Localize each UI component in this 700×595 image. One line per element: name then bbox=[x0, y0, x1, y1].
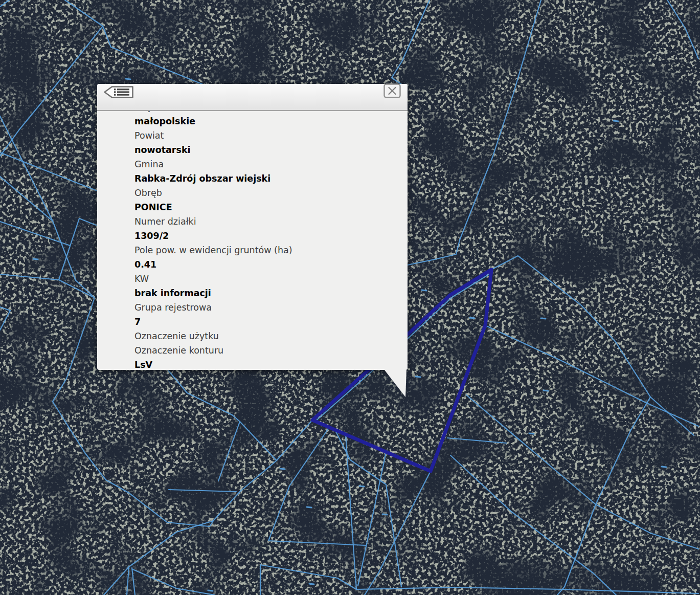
field-label: KW bbox=[134, 272, 404, 286]
parcel-boundary-dash bbox=[416, 377, 420, 377]
field-value: nowotarski bbox=[134, 143, 404, 157]
field-label: Powiat bbox=[134, 128, 404, 143]
parcel-boundary-dash bbox=[359, 486, 364, 487]
parcel-boundary-dash bbox=[544, 390, 548, 391]
field-label: Grupa rejestrowa bbox=[134, 300, 404, 315]
parcel-boundary-dash bbox=[280, 469, 285, 469]
field-value: PONICE bbox=[134, 200, 404, 214]
close-x-icon bbox=[383, 83, 401, 98]
field-value: 7 bbox=[134, 315, 404, 329]
back-to-list-button[interactable] bbox=[103, 85, 134, 99]
field-label: Pole pow. w ewidencji gruntów (ha) bbox=[134, 243, 404, 257]
popup-pointer-tail bbox=[383, 368, 408, 398]
parcel-boundary-dash bbox=[422, 290, 426, 291]
field-label: Obręb bbox=[134, 186, 404, 200]
back-to-list-icon bbox=[103, 85, 134, 99]
parcel-boundary-dash bbox=[614, 121, 618, 121]
parcel-info-popup: WojewództwomałopolskiePowiatnowotarskiGm… bbox=[97, 84, 408, 370]
field-value: LsV bbox=[134, 358, 404, 370]
parcel-boundary-dash bbox=[126, 79, 130, 79]
field-label: Oznaczenie użytku bbox=[134, 329, 404, 343]
parcel-boundary-dash bbox=[541, 318, 546, 319]
field-value: Rabka-Zdrój obszar wiejski bbox=[134, 171, 404, 186]
field-value: brak informacji bbox=[134, 286, 404, 300]
parcel-boundary-dash bbox=[470, 318, 475, 318]
parcel-boundary-dash bbox=[662, 467, 666, 467]
parcel-boundary-dash bbox=[309, 584, 314, 584]
field-label: Oznaczenie konturu bbox=[134, 343, 404, 358]
parcel-boundary-dash bbox=[529, 433, 534, 434]
field-value: małopolskie bbox=[134, 114, 404, 128]
field-value: 0.41 bbox=[134, 257, 404, 272]
field-value: 1309/2 bbox=[134, 229, 404, 243]
close-popup-button[interactable] bbox=[383, 83, 401, 98]
field-label: Gmina bbox=[134, 157, 404, 171]
field-label: Numer działki bbox=[134, 214, 404, 229]
parcel-attributes-list: WojewództwomałopolskiePowiatnowotarskiGm… bbox=[97, 111, 408, 370]
parcel-boundary-dash bbox=[307, 507, 311, 508]
popup-header bbox=[97, 84, 408, 111]
parcel-boundary-dash bbox=[33, 259, 38, 259]
parcel-boundary-dash bbox=[382, 514, 387, 515]
map-viewport: WojewództwomałopolskiePowiatnowotarskiGm… bbox=[0, 0, 700, 595]
parcel-boundary-dash bbox=[208, 590, 213, 591]
